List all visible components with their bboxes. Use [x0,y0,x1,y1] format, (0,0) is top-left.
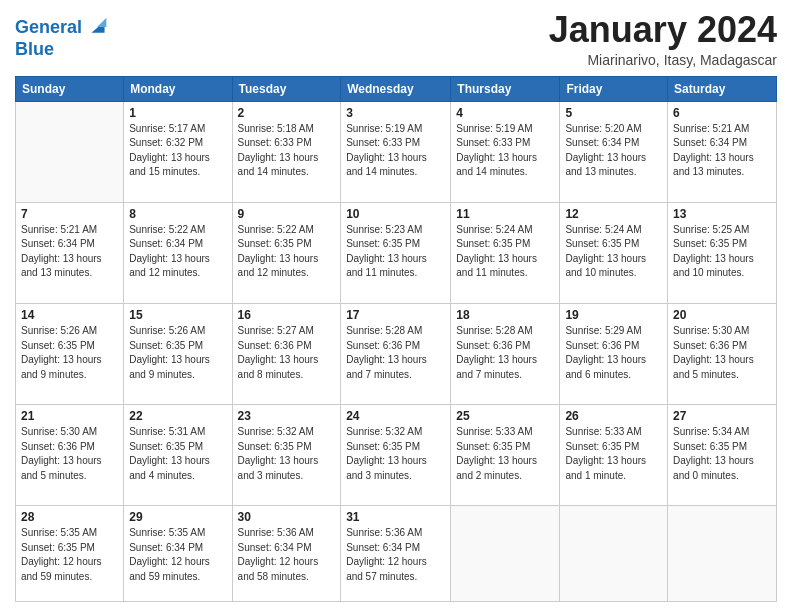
location: Miarinarivo, Itasy, Madagascar [549,52,777,68]
day-info: Sunrise: 5:24 AMSunset: 6:35 PMDaylight:… [565,223,662,281]
day-cell: 29Sunrise: 5:35 AMSunset: 6:34 PMDayligh… [124,506,232,602]
week-row-3: 21Sunrise: 5:30 AMSunset: 6:36 PMDayligh… [16,405,777,506]
day-info: Sunrise: 5:35 AMSunset: 6:35 PMDaylight:… [21,526,118,584]
day-cell: 21Sunrise: 5:30 AMSunset: 6:36 PMDayligh… [16,405,124,506]
day-cell [560,506,668,602]
day-cell: 14Sunrise: 5:26 AMSunset: 6:35 PMDayligh… [16,304,124,405]
day-info: Sunrise: 5:29 AMSunset: 6:36 PMDaylight:… [565,324,662,382]
day-info: Sunrise: 5:24 AMSunset: 6:35 PMDaylight:… [456,223,554,281]
day-cell: 26Sunrise: 5:33 AMSunset: 6:35 PMDayligh… [560,405,668,506]
day-cell: 20Sunrise: 5:30 AMSunset: 6:36 PMDayligh… [668,304,777,405]
day-info: Sunrise: 5:32 AMSunset: 6:35 PMDaylight:… [238,425,336,483]
day-number: 2 [238,106,336,120]
day-number: 19 [565,308,662,322]
day-number: 16 [238,308,336,322]
day-info: Sunrise: 5:35 AMSunset: 6:34 PMDaylight:… [129,526,226,584]
day-info: Sunrise: 5:26 AMSunset: 6:35 PMDaylight:… [129,324,226,382]
day-cell: 10Sunrise: 5:23 AMSunset: 6:35 PMDayligh… [341,202,451,303]
day-cell: 15Sunrise: 5:26 AMSunset: 6:35 PMDayligh… [124,304,232,405]
day-cell: 18Sunrise: 5:28 AMSunset: 6:36 PMDayligh… [451,304,560,405]
col-thursday: Thursday [451,76,560,101]
svg-marker-1 [97,18,106,27]
logo-icon [84,14,112,42]
calendar-table: Sunday Monday Tuesday Wednesday Thursday… [15,76,777,602]
day-cell: 12Sunrise: 5:24 AMSunset: 6:35 PMDayligh… [560,202,668,303]
col-sunday: Sunday [16,76,124,101]
day-number: 22 [129,409,226,423]
day-info: Sunrise: 5:20 AMSunset: 6:34 PMDaylight:… [565,122,662,180]
day-cell: 23Sunrise: 5:32 AMSunset: 6:35 PMDayligh… [232,405,341,506]
day-number: 15 [129,308,226,322]
day-number: 20 [673,308,771,322]
day-number: 7 [21,207,118,221]
day-number: 27 [673,409,771,423]
day-info: Sunrise: 5:23 AMSunset: 6:35 PMDaylight:… [346,223,445,281]
col-wednesday: Wednesday [341,76,451,101]
day-cell: 24Sunrise: 5:32 AMSunset: 6:35 PMDayligh… [341,405,451,506]
month-title: January 2024 [549,10,777,50]
day-number: 30 [238,510,336,524]
day-cell: 17Sunrise: 5:28 AMSunset: 6:36 PMDayligh… [341,304,451,405]
day-info: Sunrise: 5:28 AMSunset: 6:36 PMDaylight:… [456,324,554,382]
day-info: Sunrise: 5:26 AMSunset: 6:35 PMDaylight:… [21,324,118,382]
day-cell: 9Sunrise: 5:22 AMSunset: 6:35 PMDaylight… [232,202,341,303]
day-number: 21 [21,409,118,423]
day-cell: 16Sunrise: 5:27 AMSunset: 6:36 PMDayligh… [232,304,341,405]
day-number: 31 [346,510,445,524]
day-cell [451,506,560,602]
day-number: 10 [346,207,445,221]
day-cell: 3Sunrise: 5:19 AMSunset: 6:33 PMDaylight… [341,101,451,202]
day-cell [16,101,124,202]
day-cell [668,506,777,602]
day-cell: 22Sunrise: 5:31 AMSunset: 6:35 PMDayligh… [124,405,232,506]
day-number: 9 [238,207,336,221]
day-cell: 11Sunrise: 5:24 AMSunset: 6:35 PMDayligh… [451,202,560,303]
day-cell: 4Sunrise: 5:19 AMSunset: 6:33 PMDaylight… [451,101,560,202]
day-number: 29 [129,510,226,524]
day-info: Sunrise: 5:17 AMSunset: 6:32 PMDaylight:… [129,122,226,180]
day-info: Sunrise: 5:36 AMSunset: 6:34 PMDaylight:… [238,526,336,584]
col-tuesday: Tuesday [232,76,341,101]
day-number: 18 [456,308,554,322]
day-info: Sunrise: 5:30 AMSunset: 6:36 PMDaylight:… [21,425,118,483]
logo-text: General [15,18,82,38]
day-info: Sunrise: 5:33 AMSunset: 6:35 PMDaylight:… [565,425,662,483]
day-cell: 30Sunrise: 5:36 AMSunset: 6:34 PMDayligh… [232,506,341,602]
day-info: Sunrise: 5:28 AMSunset: 6:36 PMDaylight:… [346,324,445,382]
day-info: Sunrise: 5:21 AMSunset: 6:34 PMDaylight:… [21,223,118,281]
title-area: January 2024 Miarinarivo, Itasy, Madagas… [549,10,777,68]
day-info: Sunrise: 5:18 AMSunset: 6:33 PMDaylight:… [238,122,336,180]
day-number: 12 [565,207,662,221]
day-info: Sunrise: 5:21 AMSunset: 6:34 PMDaylight:… [673,122,771,180]
day-number: 4 [456,106,554,120]
day-info: Sunrise: 5:27 AMSunset: 6:36 PMDaylight:… [238,324,336,382]
day-cell: 27Sunrise: 5:34 AMSunset: 6:35 PMDayligh… [668,405,777,506]
logo-line2: Blue [15,40,112,60]
day-cell: 19Sunrise: 5:29 AMSunset: 6:36 PMDayligh… [560,304,668,405]
day-info: Sunrise: 5:22 AMSunset: 6:35 PMDaylight:… [238,223,336,281]
col-monday: Monday [124,76,232,101]
page: General Blue January 2024 Miarinarivo, I… [0,0,792,612]
day-cell: 8Sunrise: 5:22 AMSunset: 6:34 PMDaylight… [124,202,232,303]
header: General Blue January 2024 Miarinarivo, I… [15,10,777,68]
day-info: Sunrise: 5:25 AMSunset: 6:35 PMDaylight:… [673,223,771,281]
day-number: 14 [21,308,118,322]
week-row-1: 7Sunrise: 5:21 AMSunset: 6:34 PMDaylight… [16,202,777,303]
week-row-4: 28Sunrise: 5:35 AMSunset: 6:35 PMDayligh… [16,506,777,602]
day-number: 1 [129,106,226,120]
day-info: Sunrise: 5:32 AMSunset: 6:35 PMDaylight:… [346,425,445,483]
week-row-0: 1Sunrise: 5:17 AMSunset: 6:32 PMDaylight… [16,101,777,202]
day-info: Sunrise: 5:36 AMSunset: 6:34 PMDaylight:… [346,526,445,584]
day-number: 13 [673,207,771,221]
day-cell: 31Sunrise: 5:36 AMSunset: 6:34 PMDayligh… [341,506,451,602]
col-friday: Friday [560,76,668,101]
day-cell: 2Sunrise: 5:18 AMSunset: 6:33 PMDaylight… [232,101,341,202]
day-info: Sunrise: 5:22 AMSunset: 6:34 PMDaylight:… [129,223,226,281]
day-cell: 25Sunrise: 5:33 AMSunset: 6:35 PMDayligh… [451,405,560,506]
day-info: Sunrise: 5:33 AMSunset: 6:35 PMDaylight:… [456,425,554,483]
week-row-2: 14Sunrise: 5:26 AMSunset: 6:35 PMDayligh… [16,304,777,405]
day-cell: 6Sunrise: 5:21 AMSunset: 6:34 PMDaylight… [668,101,777,202]
day-cell: 5Sunrise: 5:20 AMSunset: 6:34 PMDaylight… [560,101,668,202]
day-info: Sunrise: 5:19 AMSunset: 6:33 PMDaylight:… [346,122,445,180]
col-saturday: Saturday [668,76,777,101]
